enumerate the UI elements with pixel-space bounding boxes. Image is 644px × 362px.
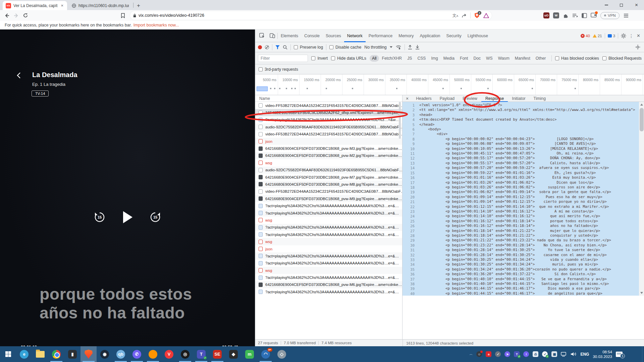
network-request-row[interactable]: 64216680E9004CEF5DFD3730DBC1B068_pvw-M9.… [255,195,402,202]
reload-button[interactable] [21,11,30,20]
network-request-row[interactable]: ?act=playing%3A4362%2Chs%3A4AAAAAAAAAAAA… [255,231,402,238]
taskbar-app-qbittorrent[interactable]: qb [113,346,129,362]
taskbar-app-sound-editor[interactable]: SE [209,346,225,362]
rewind-15-button[interactable]: 15 [94,211,106,225]
new-tab-button[interactable]: + [134,1,143,10]
scroll-up-arrow-icon[interactable] [640,104,643,106]
devtools-tab-network[interactable]: Network [344,29,366,42]
search-icon[interactable] [283,45,287,50]
filter-chip-img[interactable]: Img [429,55,440,62]
network-request-row[interactable]: 64216680E9004CEF5DFD3730DBC1B068_pvw-M2.… [255,152,402,159]
minimize-button[interactable] [599,0,614,10]
third-party-checkbox[interactable]: 3rd-party requests [259,67,298,72]
tray-messenger-icon[interactable]: ➤ [504,351,510,357]
console-warning-badge[interactable]: 21 [593,34,602,38]
devtools-tab-elements[interactable]: Elements [278,29,301,42]
extensions-puzzle-icon[interactable] [563,13,569,18]
filter-input[interactable]: Filter [258,55,308,62]
language-indicator[interactable]: ENG [580,352,589,357]
network-request-row[interactable]: video-FF53B272ED44AA15234C221F6543157EC4… [255,131,402,138]
import-bookmarks-link[interactable]: Import bookmarks now... [133,23,179,27]
network-request-row[interactable]: video-FF53B272ED44AA15234C221F6543157EC4… [255,102,402,109]
tray-discord-icon[interactable]: ☺ [476,351,482,357]
network-name-header[interactable]: Name [255,95,402,102]
maximize-button[interactable] [614,0,629,10]
taskbar-app-media-clapper[interactable]: ▮ [64,346,80,362]
response-scrollbar[interactable] [639,102,644,296]
preserve-log-checkbox[interactable]: Preserve log [294,45,323,50]
response-tab-headers[interactable]: Headers [412,95,435,102]
response-tab-timing[interactable]: Timing [530,95,550,102]
tray-sync-check-icon[interactable]: ✓ [495,351,501,357]
network-settings-gear-icon[interactable] [635,45,640,50]
taskbar-app-firefox[interactable] [145,346,161,362]
filter-chip-css[interactable]: CSS [415,55,428,62]
network-request-row[interactable]: 16F49EE18D98BFEF864C9CD8582A2F62_dfxp.xm… [255,109,402,116]
url-text[interactable]: vix.com/es-es/video/video-4190726 [139,13,452,18]
taskbar-app-obs[interactable]: ◎ [177,346,193,362]
start-button[interactable] [0,346,16,362]
scrollbar-thumb[interactable] [640,108,644,131]
filter-chip-media[interactable]: Media [441,55,457,62]
scroll-down-arrow-icon[interactable] [640,292,643,294]
network-request-row[interactable]: audio-92DC75582DF86AAF83D63261194923F0E6… [255,167,402,174]
forward-button[interactable] [11,11,21,20]
console-error-badge[interactable]: ✕40 [581,34,590,38]
issues-badge[interactable]: 3 [605,33,618,39]
taskbar-app-box-app[interactable]: ◇ [274,346,290,362]
devtools-tab-lighthouse[interactable]: Lighthouse [465,29,491,42]
show-desktop-button[interactable] [642,346,644,362]
bookmark-flag-icon[interactable] [118,11,127,20]
network-request-row[interactable]: wsg [255,238,402,245]
back-button[interactable] [2,11,11,20]
vpn-button[interactable]: VPN [600,12,620,19]
ublock-icon[interactable]: uO [543,12,549,18]
devtools-tab-security[interactable]: Security [443,29,465,42]
network-request-row[interactable]: ?act=playing%3A4362%2Chs%3A4AAAAAAAAAAAA… [255,260,402,267]
invert-checkbox[interactable]: Invert [311,56,328,61]
share-icon[interactable] [462,13,467,18]
network-request-row[interactable]: ?act=playing%3A4362%2Chs%3A4AAAAAAAAAAAA… [255,252,402,259]
network-request-row[interactable]: wsg [255,267,402,274]
tray-grid-icon[interactable]: ▦ [551,351,557,357]
player-back-button[interactable] [15,72,23,80]
has-blocked-cookies-checkbox[interactable]: Has blocked cookies [555,56,599,61]
network-request-row[interactable]: ?act=playing%3A4362%2Chs%3A4AAAAAAAAAAAA… [255,288,402,295]
hidden-icons-chevron[interactable]: ︿ [469,352,473,356]
network-request-row[interactable]: ?act=playing%3A4362%2Chs%3A4AAAAAAAAAAAA… [255,116,402,123]
sidebar-icon[interactable] [582,13,587,18]
forward-15-button[interactable]: 15 [149,211,161,225]
taskbar-app-mega[interactable]: m [241,346,258,362]
network-request-row[interactable]: json [255,245,402,252]
request-list-scrollbar[interactable] [399,102,401,139]
play-button[interactable] [122,210,133,225]
browser-tab-inactive[interactable]: https://m110601-dcdn.mp.lura.live/ca [69,1,132,10]
taskbar-app-davinci[interactable]: ◆ [225,346,241,362]
network-request-row[interactable]: 64216680E9004CEF5DFD3730DBC1B068_pvw-M6.… [255,281,402,288]
tray-viber-tray-icon[interactable]: ! [523,351,529,357]
clock[interactable]: 08:5430.03.2023 [593,350,612,359]
taskbar-app-viber[interactable]: ✆ [129,346,145,362]
brave-shield-icon[interactable]: 8 [474,12,480,18]
taskbar-app-vivaldi[interactable]: V [161,346,177,362]
network-request-row[interactable]: ?act=playing%3A4362%2Chs%3A4AAAAAAAAAAAA… [255,274,402,281]
tray-usb-icon[interactable]: ⎙ [533,351,538,357]
record-network-log-button[interactable] [258,45,262,49]
response-body[interactable]: 1234567891011121314151617181920212223242… [402,102,639,296]
taskbar-app-edge[interactable]: e [16,346,32,362]
network-request-row[interactable]: 64216680E9004CEF5DFD3730DBC1B068_pvw-M8.… [255,181,402,188]
hide-data-urls-checkbox[interactable]: Hide data URLs [331,56,366,61]
menu-icon[interactable] [623,13,629,18]
disable-cache-checkbox[interactable]: Disable cache [329,45,361,50]
bat-rewards-icon[interactable] [483,13,489,18]
network-status-icon[interactable] [561,352,567,357]
device-toolbar-icon[interactable] [269,33,275,39]
inspect-element-icon[interactable] [259,33,265,39]
browser-tab-active[interactable]: vix Ver La Desalmada, capítulo 1 por × [3,1,67,10]
volume-tray-icon[interactable] [571,352,577,357]
taskbar-app-game-bar[interactable]: ◠9+ [258,346,274,362]
devtools-tab-sources[interactable]: Sources [323,29,344,42]
wallet-icon[interactable] [591,12,597,19]
wikipedia-extension-icon[interactable]: W [553,12,559,18]
blocked-requests-checkbox[interactable]: Blocked Requests [602,56,642,61]
